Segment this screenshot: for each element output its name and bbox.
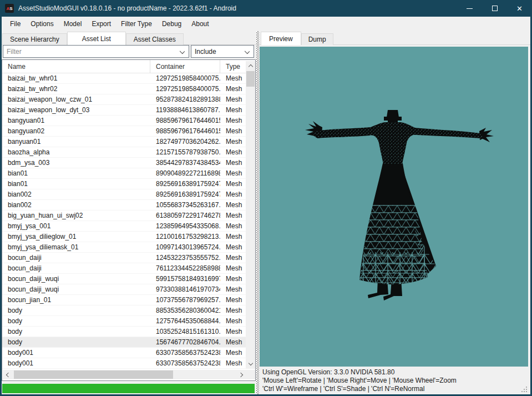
- cell-type: Mesh: [220, 253, 246, 263]
- table-row[interactable]: body0016330735856375242388Mesh: [2, 358, 246, 369]
- table-row[interactable]: body12757644535068844...Mesh: [2, 316, 246, 327]
- resize-grip-icon[interactable]: [521, 387, 527, 392]
- cell-type: Mesh: [220, 316, 246, 326]
- table-row[interactable]: banyuan0118274977036204262...Mesh: [2, 137, 246, 147]
- cell-container: 18274977036204262...: [150, 137, 220, 147]
- cell-name: bangyuan01: [2, 116, 150, 126]
- table-row[interactable]: bangyuan02988596796176446015Mesh: [2, 126, 246, 137]
- cell-name: body: [2, 305, 150, 315]
- table-row[interactable]: body15674677702846704...Mesh: [2, 337, 246, 348]
- cell-container: 10737556787969257...: [150, 295, 220, 305]
- vertical-scrollbar[interactable]: [246, 61, 255, 369]
- status-line: Using OpenGL Version: 3.3.0 NVIDIA 581.8…: [262, 368, 530, 377]
- table-row[interactable]: bdm_ysa_0033854429783743845348Mesh: [2, 158, 246, 168]
- table-row[interactable]: bian018925691638917592475Mesh: [2, 179, 246, 189]
- cell-container: 12972519858400075...: [150, 73, 220, 83]
- tab-dump[interactable]: Dump: [301, 33, 333, 45]
- table-row[interactable]: bian0028925691638917592475Mesh: [2, 189, 246, 200]
- preview-viewport[interactable]: [260, 47, 528, 367]
- table-row[interactable]: bangyuan01988596796176446015Mesh: [2, 116, 246, 126]
- table-row[interactable]: baizai_tw_whr0112972519858400075...Mesh: [2, 73, 246, 84]
- cell-type: Mesh: [220, 200, 246, 210]
- table-row[interactable]: baozha_alpha12157155787938750...Mesh: [2, 147, 246, 158]
- table-row[interactable]: bocun_jian_0110737556787969257...Mesh: [2, 295, 246, 305]
- table-row[interactable]: body10352524815161310...Mesh: [2, 327, 246, 337]
- table-row[interactable]: bian018909048922721168982Mesh: [2, 168, 246, 179]
- cell-container: 10352524815161310...: [150, 327, 220, 337]
- filter-mode-select[interactable]: Include: [191, 45, 254, 58]
- cell-type: Mesh: [220, 327, 246, 337]
- cell-type: Mesh: [220, 158, 246, 168]
- table-row[interactable]: bmyj_ysa_dilieglow_0112100161753298213..…: [2, 232, 246, 242]
- cell-container: 6330735856375242388: [150, 358, 220, 368]
- table-row[interactable]: bmyj_ysa_diliemask_0110997143013965724..…: [2, 242, 246, 253]
- column-header-name[interactable]: Name: [2, 60, 150, 73]
- asset-list: Name Container Type baizai_tw_whr0112972…: [2, 59, 256, 381]
- table-row[interactable]: bocun_daiji_wuqi9733038814619707344Mesh: [2, 284, 246, 295]
- status-line: 'Ctrl W'=Wireframe | 'Ctrl S'=Shade | 'C…: [262, 385, 530, 393]
- horizontal-scrollbar-thumb[interactable]: [14, 370, 173, 379]
- table-row[interactable]: bocun_daiji12453223753555752...Mesh: [2, 253, 246, 263]
- cell-container: 6138059722917462789: [150, 210, 220, 220]
- cell-name: big_yuan_huan_ui_swj02: [2, 210, 150, 220]
- column-header-container[interactable]: Container: [150, 60, 220, 73]
- cell-name: baizai_tw_whr01: [2, 73, 150, 83]
- filter-input[interactable]: Filter: [3, 45, 189, 58]
- minimize-icon: [467, 8, 473, 9]
- cell-type: Mesh: [220, 221, 246, 231]
- vertical-scrollbar-thumb[interactable]: [246, 71, 255, 87]
- table-row[interactable]: bmyj_ysa_00112385964954335068...Mesh: [2, 221, 246, 232]
- chevron-right-icon: [239, 372, 243, 377]
- tab-asset-classes[interactable]: Asset Classes: [126, 33, 184, 45]
- maximize-button[interactable]: [482, 0, 507, 17]
- title-bar[interactable]: AS AssetStudioModGUI v0.18.0.16 - no pro…: [0, 0, 532, 17]
- cell-name: body: [2, 327, 150, 337]
- horizontal-scrollbar[interactable]: [3, 370, 246, 379]
- menu-bar: FileOptionsModelExportFilter TypeDebugAb…: [2, 17, 530, 31]
- scroll-right-button[interactable]: [237, 370, 246, 379]
- tab-preview[interactable]: Preview: [261, 32, 301, 45]
- table-row[interactable]: bocun_daiji7611233445228589888Mesh: [2, 263, 246, 274]
- menu-item-debug[interactable]: Debug: [157, 17, 186, 31]
- tab-asset-list[interactable]: Asset List: [67, 32, 126, 45]
- cell-container: 15674677702846704...: [150, 337, 220, 347]
- cell-name: body001: [2, 348, 150, 358]
- panel-splitter[interactable]: [256, 31, 259, 394]
- chevron-down-icon[interactable]: [245, 49, 250, 54]
- menu-item-options[interactable]: Options: [26, 17, 58, 31]
- menu-item-filter-type[interactable]: Filter Type: [116, 17, 157, 31]
- scroll-down-button[interactable]: [246, 359, 255, 369]
- cell-type: Mesh: [220, 147, 246, 157]
- minimize-button[interactable]: [457, 0, 482, 17]
- table-row[interactable]: body8853535628036004216Mesh: [2, 305, 246, 316]
- table-row[interactable]: bian00210556837345263167...Mesh: [2, 200, 246, 210]
- menu-item-export[interactable]: Export: [87, 17, 116, 31]
- chevron-down-icon: [248, 361, 252, 365]
- scroll-up-button[interactable]: [246, 61, 255, 71]
- cell-container: 12157155787938750...: [150, 147, 220, 157]
- table-row[interactable]: bocun_daiji_wuqi5991575818493169974Mesh: [2, 274, 246, 284]
- tab-scene-hierarchy[interactable]: Scene Hierarchy: [2, 33, 67, 45]
- cell-type: Mesh: [220, 189, 246, 199]
- close-button[interactable]: ✕: [507, 0, 532, 17]
- menu-item-file[interactable]: File: [5, 17, 26, 31]
- cell-name: bocun_daiji_wuqi: [2, 284, 150, 294]
- cell-type: Mesh: [220, 358, 246, 368]
- table-row[interactable]: baizai_weapon_low_dyt_031193888461386078…: [2, 105, 246, 116]
- cell-container: 11938884613860787...: [150, 105, 220, 115]
- scroll-left-button[interactable]: [3, 370, 12, 379]
- cell-type: Mesh: [220, 284, 246, 294]
- menu-item-model[interactable]: Model: [59, 17, 87, 31]
- table-row[interactable]: baizai_weapon_low_czw_019528738241828913…: [2, 94, 246, 105]
- cell-name: bangyuan02: [2, 126, 150, 136]
- chevron-up-icon: [248, 64, 252, 69]
- cell-container: 988596796176446015: [150, 116, 220, 126]
- cell-type: Mesh: [220, 348, 246, 358]
- column-header-type[interactable]: Type: [220, 60, 246, 73]
- chevron-down-icon[interactable]: [180, 49, 185, 54]
- menu-item-about[interactable]: About: [186, 17, 214, 31]
- table-row[interactable]: baizai_tw_whr0212972519858400075...Mesh: [2, 84, 246, 94]
- table-row[interactable]: big_yuan_huan_ui_swj02613805972291746278…: [2, 210, 246, 221]
- table-row[interactable]: body0016330735856375242388Mesh: [2, 348, 246, 358]
- cell-container: 8909048922721168982: [150, 168, 220, 178]
